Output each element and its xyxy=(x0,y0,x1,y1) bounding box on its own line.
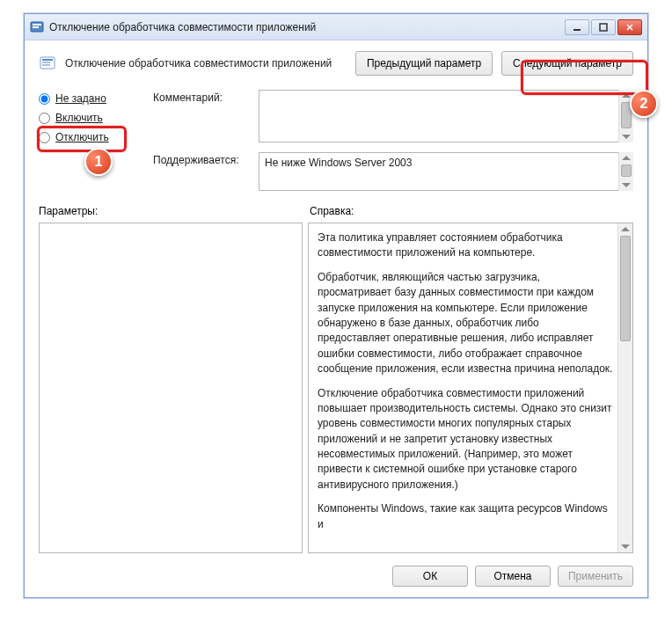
policy-icon xyxy=(39,55,56,72)
svg-rect-3 xyxy=(573,29,581,31)
apply-button[interactable]: Применить xyxy=(558,566,633,587)
supported-text: Не ниже Windows Server 2003 xyxy=(259,152,633,191)
radio-not-configured[interactable] xyxy=(39,93,50,105)
svg-rect-6 xyxy=(42,59,53,61)
svg-rect-7 xyxy=(42,62,50,63)
window-title: Отключение обработчика совместимости при… xyxy=(49,21,565,33)
help-p4: Компоненты Windows, такие как защита рес… xyxy=(318,501,613,532)
app-icon xyxy=(30,20,44,34)
comment-input[interactable] xyxy=(259,90,633,142)
policy-dialog: Отключение обработчика совместимости при… xyxy=(24,13,648,598)
radio-disabled[interactable] xyxy=(39,132,50,143)
ok-button[interactable]: ОК xyxy=(392,566,468,587)
state-radios: Не задано Включить Отключить xyxy=(39,90,144,191)
cancel-button[interactable]: Отмена xyxy=(475,566,551,587)
maximize-button[interactable] xyxy=(591,19,616,35)
radio-disabled-label[interactable]: Отключить xyxy=(55,131,109,143)
supported-label: Поддерживается: xyxy=(153,152,250,166)
content-area: Отключение обработчика совместимости при… xyxy=(25,40,647,597)
radio-enabled-label[interactable]: Включить xyxy=(55,112,103,124)
svg-rect-8 xyxy=(42,64,50,66)
next-setting-button[interactable]: Следующий параметр xyxy=(501,51,633,76)
titlebar[interactable]: Отключение обработчика совместимости при… xyxy=(25,14,647,40)
help-p1: Эта политика управляет состоянием обрабо… xyxy=(318,230,613,261)
minimize-button[interactable] xyxy=(565,19,589,35)
svg-rect-2 xyxy=(33,26,39,28)
help-panel[interactable]: Эта политика управляет состоянием обрабо… xyxy=(308,223,633,553)
params-label: Параметры: xyxy=(39,205,310,217)
comment-label: Комментарий: xyxy=(153,90,250,104)
scrollbar[interactable] xyxy=(617,223,632,552)
help-p2: Обработчик, являющийся частью загрузчика… xyxy=(318,270,613,377)
prev-setting-button[interactable]: Предыдущий параметр xyxy=(355,51,493,76)
help-p3: Отключение обработчика совместимости при… xyxy=(318,386,613,493)
scrollbar[interactable] xyxy=(618,90,633,142)
close-button[interactable] xyxy=(617,19,642,35)
radio-not-configured-label[interactable]: Не задано xyxy=(55,92,106,105)
params-panel xyxy=(39,223,303,553)
radio-enabled[interactable] xyxy=(39,113,50,124)
scrollbar[interactable] xyxy=(618,152,633,191)
policy-title: Отключение обработчика совместимости при… xyxy=(65,57,347,69)
help-label: Справка: xyxy=(310,205,354,217)
svg-rect-1 xyxy=(33,24,41,26)
svg-rect-4 xyxy=(600,24,607,31)
